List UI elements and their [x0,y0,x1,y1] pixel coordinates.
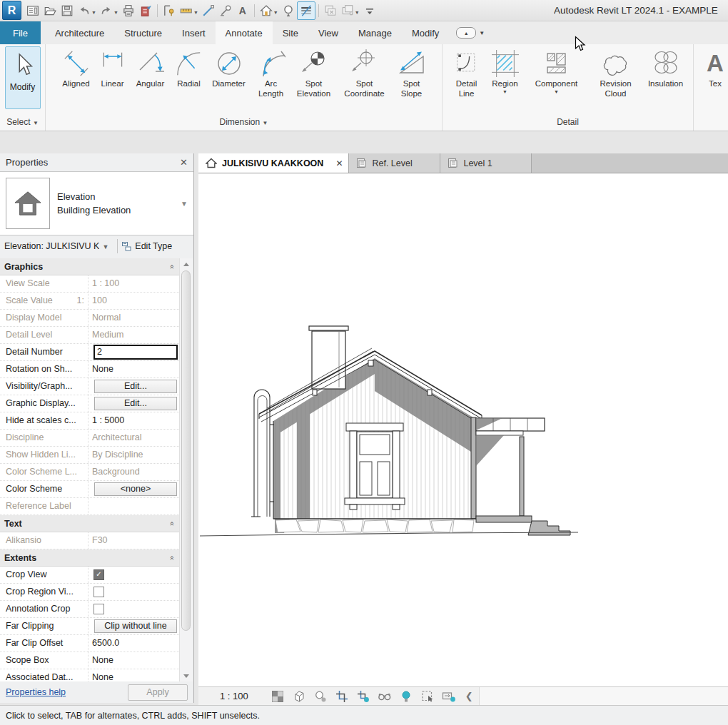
property-button-graphic-display-[interactable]: Edit... [94,397,177,410]
ribbon-button-spot-coordinate[interactable]: SpotCoordinate [337,46,393,98]
switch-windows-caret-icon[interactable]: ▼ [355,10,360,15]
reveal-hidden-icon[interactable] [395,689,417,704]
ribbon-button-diameter[interactable]: Diameter [207,46,251,89]
ribbon-button-region[interactable]: Region▼ [485,46,525,95]
crop-region-icon[interactable] [353,689,374,704]
revit-logo[interactable]: R [2,1,21,20]
undo-icon[interactable] [76,2,93,19]
ribbon-button-spot-slope[interactable]: SpotSlope [393,46,431,98]
section-icon[interactable] [280,2,297,19]
checkbox-annotation-crop[interactable] [93,604,104,614]
switch-windows-icon[interactable] [339,2,356,19]
viewbar-collapse-icon[interactable]: ❮ [465,691,473,701]
instance-caret-icon[interactable]: ▼ [102,243,108,250]
instance-selector[interactable]: Elevation: JULKISIVU K [4,241,99,251]
scrollbar-thumb[interactable] [181,270,191,631]
ribbon-button-radial[interactable]: Radial [171,46,207,89]
view-tab-level-1[interactable]: Level 1 [440,153,532,173]
scroll-up-icon[interactable] [180,258,193,270]
thin-lines-icon[interactable] [297,1,315,20]
view-tab-julkisivu-kaakkoon[interactable]: JULKISIVU KAAKKOON✕ [198,153,349,173]
property-button-far-clipping[interactable]: Clip without line [94,619,177,633]
collapse-section-icon[interactable]: » [167,555,176,559]
close-properties-icon[interactable]: ✕ [180,157,188,168]
view-scale-button[interactable]: 1 : 100 [220,691,248,701]
scroll-down-icon[interactable] [180,670,193,681]
tab-site[interactable]: Site [273,21,308,44]
ribbon-button-insulation[interactable]: Insulation [644,46,688,89]
tab-annotate[interactable]: Annotate [216,21,273,44]
tab-view[interactable]: View [308,21,348,44]
close-view-icon[interactable]: ✕ [335,158,343,168]
collapse-section-icon[interactable]: » [167,521,176,525]
type-selector-caret-icon[interactable]: ▼ [181,200,188,208]
property-button-visibility-graph-[interactable]: Edit... [94,380,177,393]
worksharing-display-icon[interactable] [438,689,460,704]
view-tab-ref-level[interactable]: Ref. Level [349,153,440,173]
temporary-hide-isolate-icon[interactable] [374,689,395,704]
home-icon[interactable] [258,2,275,19]
temporary-view-properties-icon[interactable] [417,689,438,704]
horizontal-scrollbar[interactable] [479,687,728,705]
select-panel-label[interactable]: Select ▼ [0,114,45,131]
ribbon-button-detail-line[interactable]: DetailLine [448,46,485,98]
ribbon-button-angular[interactable]: Angular [130,46,171,89]
tab-file[interactable]: File [0,21,41,44]
dimension-icon[interactable] [178,2,195,19]
sun-path-icon[interactable] [310,689,331,704]
tab-structure[interactable]: Structure [114,21,172,44]
ribbon-collapse-caret-icon[interactable]: ▼ [479,30,485,36]
customize-icon[interactable] [361,2,378,19]
text-icon[interactable]: A [234,2,251,19]
tab-modify[interactable]: Modify [402,21,449,44]
tag-icon[interactable] [217,2,234,19]
detail-level-icon[interactable] [267,689,288,704]
properties-scrollbar[interactable] [179,258,193,681]
section-text[interactable]: Text» [0,515,179,532]
detail-line-icon[interactable] [200,2,217,19]
undo-caret-icon[interactable]: ▼ [91,10,96,15]
dropdown-caret-icon[interactable]: ▼ [502,89,507,95]
section-extents[interactable]: Extents» [0,549,179,567]
property-row-color-scheme: Color Scheme<none> [0,481,179,498]
home-caret-icon[interactable]: ▼ [273,10,278,15]
redo-icon[interactable] [98,2,115,19]
visual-style-icon[interactable] [288,689,310,704]
section-graphics[interactable]: Graphics» [0,258,179,275]
open-icon[interactable] [41,2,59,19]
print-icon[interactable] [120,2,137,19]
property-button-color-scheme[interactable]: <none> [94,482,177,496]
modify-button[interactable]: Modify [5,46,41,109]
transfer-icon[interactable] [137,2,154,19]
dimension-panel-label[interactable]: Dimension ▼ [46,114,442,131]
save-icon[interactable] [59,2,76,19]
tab-architecture[interactable]: Architecture [45,21,114,44]
close-inactive-windows-icon[interactable] [322,2,339,19]
property-input-detail-number[interactable]: 2 [93,345,178,360]
ribbon-button-revision-cloud[interactable]: RevisionCloud [588,46,644,98]
properties-help-link[interactable]: Properties help [6,687,66,697]
crop-view-icon[interactable] [331,689,353,704]
text-button[interactable]: A Tex [694,46,728,89]
measure-icon[interactable] [161,2,178,19]
dropdown-caret-icon[interactable]: ▼ [554,89,559,95]
tab-manage[interactable]: Manage [348,21,402,44]
collapse-section-icon[interactable]: » [167,264,176,268]
checkbox-crop-view[interactable]: ✓ [93,569,104,580]
checkbox-crop-region-vi-[interactable] [93,587,104,597]
ribbon-button-spot-elevation[interactable]: SpotElevation [291,46,337,98]
apply-button[interactable]: Apply [128,684,188,701]
drawing-canvas[interactable] [198,173,728,686]
redo-caret-icon[interactable]: ▼ [113,10,118,15]
ribbon-button-arc-length[interactable]: ArcLength [251,46,291,98]
edit-type-button[interactable]: Edit Type [122,241,172,251]
property-row-annotation-crop: Annotation Crop [0,601,179,618]
ribbon-display-toggle[interactable]: ▲ ▼ [456,21,485,44]
sheet-icon[interactable] [24,2,41,19]
ribbon-collapse-icon[interactable]: ▲ [456,27,476,39]
ribbon-button-linear[interactable]: Linear [96,46,130,89]
dimension-caret-icon[interactable]: ▼ [193,10,198,15]
tab-insert[interactable]: Insert [172,21,216,44]
type-selector[interactable]: Elevation Building Elevation ▼ [0,171,193,235]
ribbon-button-aligned[interactable]: Aligned [57,46,96,89]
